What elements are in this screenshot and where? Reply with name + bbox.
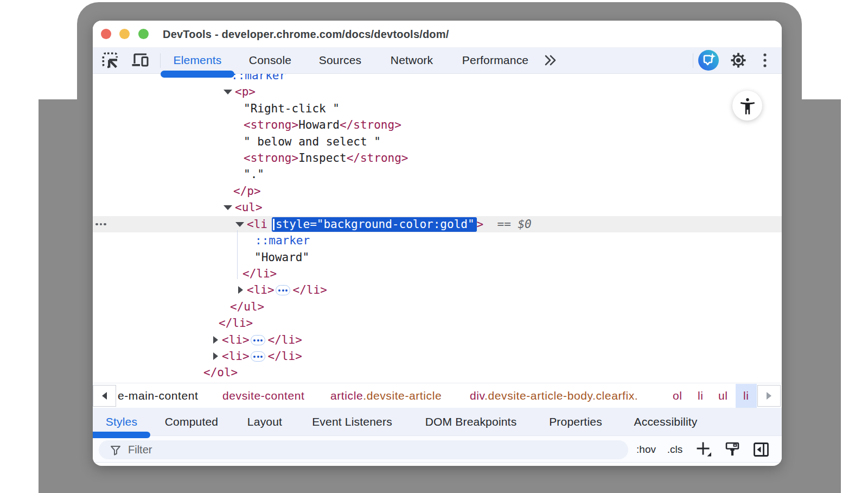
rendering-emulation-button[interactable]	[723, 436, 742, 463]
ellipsis-pill-icon[interactable]	[251, 335, 265, 345]
zoom-window-button[interactable]	[138, 29, 149, 39]
crumb-part: ol	[673, 389, 682, 402]
sidebar-tab-strip: StylesComputedLayoutEvent ListenersDOM B…	[93, 408, 782, 435]
token-tag: </ul>	[230, 300, 264, 313]
breadcrumb-item[interactable]: devsite-content	[222, 383, 304, 408]
toggle-cls-button[interactable]: .cls	[661, 436, 689, 463]
chevron-double-right-icon	[542, 54, 558, 67]
tab-accessibility[interactable]: Accessibility	[634, 408, 698, 435]
settings-button[interactable]	[730, 47, 747, 73]
ellipsis-pill-icon[interactable]	[276, 285, 290, 295]
breadcrumb-item[interactable]: li	[736, 384, 757, 408]
more-tabs-button[interactable]	[542, 47, 558, 73]
dom-tree-row[interactable]: </li>	[93, 315, 782, 331]
token-tag: <li	[247, 218, 267, 231]
dom-tree-row[interactable]: <li></li>	[93, 332, 782, 348]
dom-tree-row[interactable]: <strong>Howard</strong>	[93, 117, 782, 133]
accessibility-fab-button[interactable]	[732, 91, 762, 121]
breadcrumb-item[interactable]: ul	[718, 383, 728, 408]
kebab-menu-icon	[763, 52, 767, 68]
token-tag: </p>	[233, 185, 261, 198]
filter-funnel-icon	[110, 444, 122, 456]
toolbar-separator-right	[693, 53, 693, 68]
breadcrumb-item[interactable]: div.devsite-article-body.clearfix.	[470, 383, 638, 408]
rendering-brush-icon	[725, 442, 739, 457]
token-text: "Right-click "	[244, 102, 340, 115]
new-style-rule-button[interactable]	[695, 436, 713, 463]
devtools-window: DevTools - developer.chrome.com/docs/dev…	[93, 21, 782, 466]
tab-properties[interactable]: Properties	[549, 408, 602, 435]
tab-elements[interactable]: Elements	[173, 47, 221, 73]
toggle-device-toolbar-button[interactable]	[132, 47, 149, 73]
add-style-rule-icon	[696, 441, 712, 458]
breadcrumb-item[interactable]: article.devsite-article	[330, 383, 442, 408]
token-tag: </li>	[293, 283, 327, 296]
token-tag: </li>	[219, 317, 253, 330]
dom-tree-row[interactable]: <listyle="background-color:gold"> == $0	[93, 216, 782, 232]
breadcrumb-scroll-right-button[interactable]	[757, 385, 781, 407]
token-text: " below and select "	[244, 135, 381, 148]
ellipsis-pill-icon[interactable]	[251, 351, 265, 362]
collapse-arrow-icon[interactable]	[213, 336, 218, 344]
styles-filter-bar: Filter :hov.cls	[93, 435, 782, 463]
tab-performance[interactable]: Performance	[462, 47, 528, 73]
dom-tree-row[interactable]: <strong>Inspect</strong>	[93, 150, 782, 166]
expand-arrow-icon[interactable]	[235, 222, 244, 227]
token-attrsel: style="background-color:gold"	[272, 217, 477, 232]
crumb-part: .devsite-article-body.clearfix.	[484, 389, 638, 402]
dom-tree-row[interactable]: <li></li>	[93, 348, 782, 364]
token-pseudo: ::marker	[231, 74, 286, 82]
expand-arrow-icon[interactable]	[224, 205, 232, 210]
tab-console[interactable]: Console	[249, 47, 291, 73]
tab-network[interactable]: Network	[391, 47, 433, 73]
tab-layout[interactable]: Layout	[247, 408, 282, 435]
page: DevTools - developer.chrome.com/docs/dev…	[0, 0, 868, 493]
dom-tree-row[interactable]: " below and select "	[93, 134, 782, 150]
dom-tree-row[interactable]: </ol>	[93, 364, 782, 381]
node-options-icon[interactable]	[95, 223, 107, 226]
breadcrumb-item[interactable]: e-main-content	[118, 383, 198, 408]
dom-tree-row[interactable]: </p>	[93, 183, 782, 199]
dom-tree-row[interactable]: </li>	[93, 266, 782, 282]
triangle-left-icon	[102, 392, 107, 400]
dom-tree-row[interactable]: "Howard"	[93, 249, 782, 266]
dom-tree-row[interactable]: ::marker	[93, 232, 782, 249]
token-tag: </li>	[242, 267, 277, 280]
filter-input[interactable]: Filter	[99, 440, 628, 459]
devtools-menu-button[interactable]	[759, 47, 771, 73]
crumb-part: devsite-content	[222, 389, 304, 402]
tab-dom-breakpoints[interactable]: DOM Breakpoints	[425, 408, 517, 435]
filter-placeholder: Filter	[128, 444, 152, 456]
close-window-button[interactable]	[101, 29, 111, 39]
breadcrumb-scroll-left-button[interactable]	[93, 385, 116, 407]
dom-tree-row[interactable]: "Right-click "	[93, 100, 782, 117]
collapse-arrow-icon[interactable]	[238, 286, 243, 294]
ai-assistance-button[interactable]	[698, 50, 719, 71]
token-pseudo: ::marker	[255, 234, 310, 247]
token-eq: ==	[483, 218, 511, 231]
dom-tree-row[interactable]: "."	[93, 166, 782, 182]
dom-tree-row[interactable]: <ul>	[93, 199, 782, 216]
breadcrumb-item[interactable]: li	[698, 383, 704, 408]
token-text: "."	[244, 168, 264, 181]
crumb-part: div	[470, 389, 484, 402]
crumb-part: li	[698, 389, 704, 402]
tab-computed[interactable]: Computed	[165, 408, 219, 435]
indent-guide-line	[237, 230, 238, 279]
token-tag: <strong>	[244, 118, 298, 131]
collapse-arrow-icon[interactable]	[213, 352, 218, 360]
expand-arrow-icon[interactable]	[224, 90, 232, 94]
dom-tree-row[interactable]: <p>	[93, 84, 782, 100]
tab-event-listeners[interactable]: Event Listeners	[312, 408, 392, 435]
dom-tree-row[interactable]: <li></li>	[93, 282, 782, 298]
token-tag: </li>	[268, 350, 302, 363]
inspect-element-button[interactable]	[102, 47, 118, 73]
tab-sources[interactable]: Sources	[319, 47, 361, 73]
minimize-window-button[interactable]	[119, 29, 130, 39]
crumb-part: e-main-content	[118, 389, 198, 402]
breadcrumb-item[interactable]: ol	[673, 383, 682, 408]
dom-tree-row[interactable]: </ul>	[93, 299, 782, 315]
crumb-part: ul	[718, 389, 728, 402]
toggle-sidebar-button[interactable]	[752, 436, 770, 463]
toggle-hov-button[interactable]: :hov	[632, 436, 660, 463]
